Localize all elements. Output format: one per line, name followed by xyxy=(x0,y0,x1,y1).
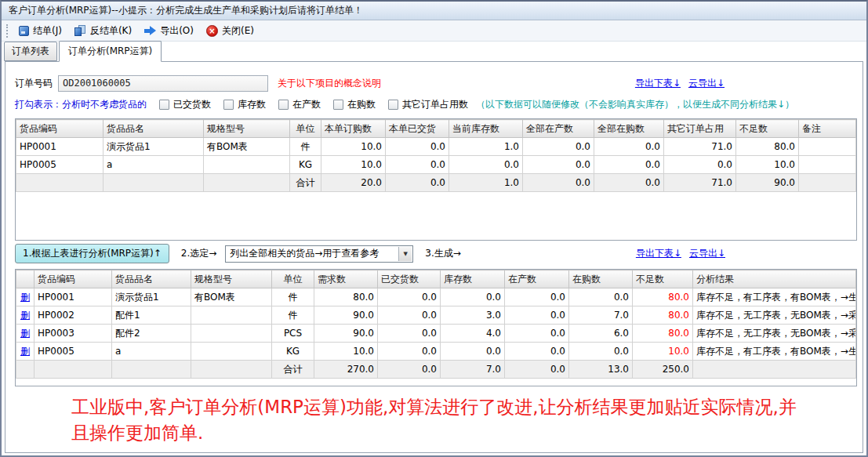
checkbox-other-orders[interactable]: 其它订单占用数 xyxy=(388,98,468,111)
totals-cell: 7.0 xyxy=(441,361,505,379)
totals-cell: 71.0 xyxy=(664,174,736,192)
close-window-label: 关闭(E) xyxy=(222,24,254,38)
table-cell[interactable] xyxy=(799,138,856,156)
totals-cell: 1.0 xyxy=(449,174,523,192)
table-cell[interactable]: 0.0 xyxy=(523,138,594,156)
table-cell: 0.0 xyxy=(378,325,441,343)
table-cell: 0.0 xyxy=(441,343,505,361)
toolbar-grip-handle[interactable] xyxy=(6,24,8,38)
table-cell[interactable]: 71.0 xyxy=(664,138,736,156)
modify-hint-label: （以下数据可以随便修改（不会影响真实库存），以便生成不同分析结果↓） xyxy=(476,98,794,111)
table-cell: 10.0 xyxy=(314,343,378,361)
table-cell: 0.0 xyxy=(569,343,633,361)
table-cell[interactable] xyxy=(204,156,290,174)
generate-step-label: 3.生成→ xyxy=(425,247,461,260)
checkbox-label: 在产数 xyxy=(292,98,321,111)
checkbox-icon[interactable] xyxy=(223,100,234,110)
checkbox-in-production[interactable]: 在产数 xyxy=(278,98,321,111)
select-step-label: 2.选定→ xyxy=(181,247,217,260)
delete-row-link[interactable]: 删 xyxy=(20,328,30,339)
tab-order-analysis[interactable]: 订单分析(MRP运算) xyxy=(59,41,162,62)
totals-cell xyxy=(104,174,204,192)
table-cell: 有BOM表 xyxy=(191,288,272,306)
table-cell[interactable]: 1.0 xyxy=(449,138,523,156)
column-header: 货品编码 xyxy=(16,120,104,138)
analyze-button[interactable]: 1.根据上表进行分析(MRP运算)↑ xyxy=(15,244,169,263)
order-number-input[interactable] xyxy=(58,75,268,92)
totals-cell xyxy=(16,361,35,379)
table-cell: 4.0 xyxy=(441,325,505,343)
table-cell[interactable]: 0.0 xyxy=(449,156,523,174)
app-window: 客户订单分析(MRP运算)--小提示：分析完成生成生产单和采购计划后请将订单结单… xyxy=(0,0,868,457)
table-cell[interactable]: HP0005 xyxy=(16,156,104,174)
cloud-export-link[interactable]: 云导出↓ xyxy=(688,77,725,90)
reverse-close-order-button[interactable]: 反结单(K) xyxy=(68,22,138,40)
related-goods-select[interactable]: 列出全部相关的货品→用于查看参考 ▼ xyxy=(225,245,413,263)
table-cell[interactable]: 10.0 xyxy=(736,156,799,174)
close-window-button[interactable]: × 关闭(E) xyxy=(200,22,260,40)
totals-cell: 0.0 xyxy=(386,174,449,192)
table-cell: 库存不足，有工序表，有BOM表，→生产 xyxy=(693,343,856,361)
table-cell[interactable]: KG xyxy=(290,156,321,174)
export-button[interactable]: 导出(O) xyxy=(138,22,200,40)
table-cell[interactable]: 演示货品1 xyxy=(104,138,204,156)
table-cell[interactable] xyxy=(799,156,856,174)
table-cell: 0.0 xyxy=(505,325,569,343)
totals-cell: 合计 xyxy=(290,174,321,192)
table-cell[interactable]: 0.0 xyxy=(523,156,594,174)
window-titlebar[interactable]: 客户订单分析(MRP运算)--小提示：分析完成生成生产单和采购计划后请将订单结单… xyxy=(2,2,866,20)
table-cell: 库存不足，无工序表，无BOM表，→采购 xyxy=(693,306,856,325)
table-cell: PCS xyxy=(272,325,314,343)
checkbox-icon[interactable] xyxy=(333,100,343,110)
column-header: 分析结果 xyxy=(693,270,856,288)
table-cell[interactable]: 件 xyxy=(290,138,321,156)
checkbox-stock[interactable]: 库存数 xyxy=(223,98,266,111)
table-cell: HP0001 xyxy=(35,288,112,306)
delete-row-link[interactable]: 删 xyxy=(20,346,30,357)
totals-cell: 0.0 xyxy=(594,174,664,192)
checkbox-icon[interactable] xyxy=(388,100,398,110)
concept-note-link[interactable]: 关于以下项目的概念说明 xyxy=(278,77,381,90)
table-cell[interactable]: a xyxy=(104,156,204,174)
column-header: 规格型号 xyxy=(204,120,290,138)
delete-cell: 删 xyxy=(16,343,35,361)
table-cell: HP0003 xyxy=(35,325,112,343)
checkbox-in-purchase[interactable]: 在购数 xyxy=(333,98,376,111)
table-cell: 演示货品1 xyxy=(112,288,191,306)
totals-cell: 0.0 xyxy=(378,361,441,379)
chevron-down-icon[interactable]: ▼ xyxy=(398,247,412,261)
table-cell[interactable]: 10.0 xyxy=(321,156,386,174)
delete-row-link[interactable]: 删 xyxy=(20,292,30,303)
table-cell: HP0005 xyxy=(35,343,112,361)
analysis-result-table: 货品编码货品品名规格型号单位需求数已交货数库存数在产数在购数不足数分析结果删HP… xyxy=(16,270,856,379)
totals-cell: 20.0 xyxy=(321,174,386,192)
table-cell[interactable]: 0.0 xyxy=(386,156,449,174)
tab-order-list[interactable]: 订单列表 xyxy=(4,42,57,61)
table-cell[interactable]: 80.0 xyxy=(736,138,799,156)
ignore-options-row: 打勾表示： 分析时不考虑货品的 已交货数 库存数 在产数 在购数 其它订单占用数 xyxy=(15,98,859,111)
cloud-export-link[interactable]: 云导出↓ xyxy=(689,247,725,260)
checkbox-icon[interactable] xyxy=(159,100,169,110)
table-cell: 0.0 xyxy=(505,306,569,325)
checkbox-icon[interactable] xyxy=(278,100,289,110)
table-cell[interactable]: 0.0 xyxy=(664,156,736,174)
table-cell[interactable]: HP0001 xyxy=(16,138,104,156)
close-order-button[interactable]: 结单(J) xyxy=(13,22,68,40)
table-cell: 10.0 xyxy=(633,343,693,361)
export-table-link[interactable]: 导出下表↓ xyxy=(635,77,681,90)
table-cell[interactable]: 0.0 xyxy=(386,138,449,156)
totals-cell xyxy=(112,361,191,379)
checkbox-label: 其它订单占用数 xyxy=(402,98,468,111)
table-cell: 80.0 xyxy=(633,325,693,343)
column-header: 在购数 xyxy=(569,270,633,288)
delete-row-link[interactable]: 删 xyxy=(20,310,30,321)
table-cell: 0.0 xyxy=(505,288,569,306)
table-cell[interactable]: 有BOM表 xyxy=(204,138,290,156)
table-cell[interactable]: 0.0 xyxy=(594,138,664,156)
checkbox-label: 已交货数 xyxy=(173,98,211,111)
table-cell[interactable]: 10.0 xyxy=(321,138,386,156)
checkbox-delivered[interactable]: 已交货数 xyxy=(159,98,211,111)
table-cell[interactable]: 0.0 xyxy=(594,156,664,174)
export-table-link[interactable]: 导出下表↓ xyxy=(636,247,681,260)
checkbox-label: 库存数 xyxy=(238,98,266,111)
